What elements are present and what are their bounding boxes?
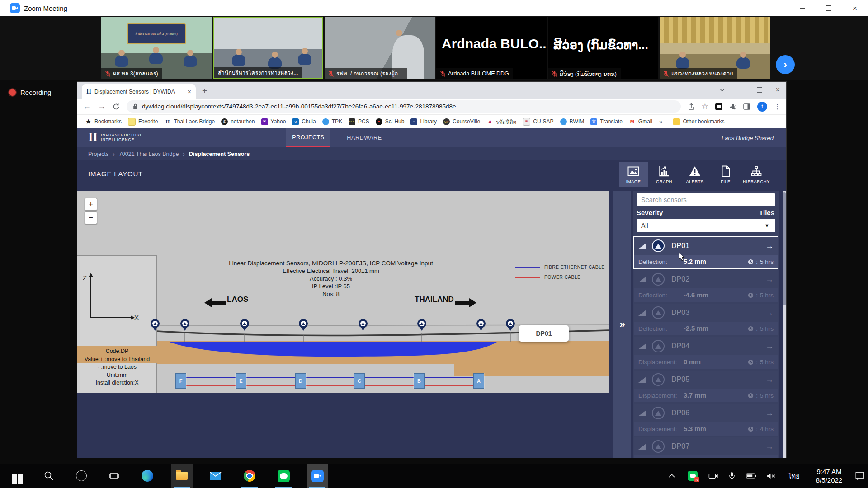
sensor-pin[interactable] [151, 319, 160, 331]
bookmark-item[interactable]: ▲รหัสนิสิต [483, 117, 519, 126]
bookmark-item[interactable]: CVCourseVille [440, 118, 483, 125]
trend-icon[interactable] [638, 410, 646, 416]
junction-box[interactable]: E [236, 373, 246, 389]
bookmark-item[interactable]: ●Sci-Hub [373, 118, 408, 125]
trend-icon[interactable] [638, 277, 646, 282]
chevron-down-icon[interactable] [720, 89, 725, 92]
cortana-button[interactable] [71, 464, 92, 488]
severity-select[interactable]: All [637, 219, 764, 232]
start-button[interactable] [4, 464, 25, 488]
tray-volume-muted[interactable] [761, 464, 780, 488]
sensor-card-dp05[interactable]: DP05→ Displacement:3.7 mm:5 hrs [634, 371, 778, 402]
junction-box[interactable]: F [175, 373, 186, 389]
junction-box[interactable]: D [295, 373, 306, 389]
browser-restore-button[interactable] [757, 87, 762, 93]
share-icon[interactable] [688, 103, 695, 110]
line-button[interactable] [273, 464, 294, 488]
detail-arrow-icon[interactable]: → [765, 241, 774, 251]
participant-video-active[interactable]: สำนักบริหารโครงการทางหลวง... [213, 17, 323, 79]
brand-logo[interactable]: II INFRASTRUCTUREINTELLIGENCE [88, 131, 143, 143]
task-view-button[interactable] [103, 464, 125, 488]
other-bookmarks[interactable]: Other bookmarks [670, 118, 727, 125]
tab-graph[interactable]: GRAPH [650, 162, 679, 187]
participant-video[interactable]: ສີວ່ອງ (ກົມຂົວທາ... ສີວ່ອງ (ກົມຂົວທາງ ຍທ… [548, 17, 658, 79]
bookmark-item[interactable]: Favorite [125, 118, 161, 126]
breadcrumb-project[interactable]: 70021 Thai Laos Bridge [119, 151, 179, 157]
sidebar-expander[interactable]: » [613, 191, 631, 458]
detail-arrow-icon[interactable]: → [765, 342, 774, 351]
detail-arrow-icon[interactable]: → [765, 408, 774, 418]
sensor-card-dp03[interactable]: DP03→ Deflection:-2.5 mm:5 hrs [634, 304, 778, 335]
bookmark-item[interactable]: ★Bookmarks [82, 118, 125, 125]
browser-close-button[interactable]: × [776, 86, 780, 94]
chrome-button[interactable] [239, 464, 260, 488]
bookmark-item[interactable]: ✉Yahoo [258, 118, 289, 125]
back-icon[interactable]: ← [83, 102, 91, 111]
bookmark-item[interactable]: TPK [319, 118, 345, 125]
sensor-card-dp02[interactable]: DP02→ Deflection:-4.6 mm:5 hrs [634, 270, 778, 302]
tray-language[interactable]: ไทย [782, 464, 806, 488]
tray-microphone[interactable] [724, 464, 740, 488]
file-explorer-button[interactable] [171, 464, 193, 488]
close-button[interactable]: × [842, 0, 868, 16]
reload-icon[interactable] [113, 103, 120, 110]
bookmark-item[interactable]: oChula [289, 118, 319, 125]
bookmark-item[interactable]: BWIM [557, 118, 588, 125]
junction-box[interactable]: B [414, 373, 425, 389]
new-tab-button[interactable]: + [202, 86, 207, 96]
tab-close-icon[interactable]: × [188, 88, 191, 95]
tab-image[interactable]: IMAGE [619, 162, 648, 187]
search-button[interactable] [38, 464, 60, 488]
tab-file[interactable]: FILE [711, 162, 740, 187]
sensor-pin[interactable] [417, 319, 426, 331]
junction-box[interactable]: A [473, 373, 484, 389]
extensions-puzzle-icon[interactable] [729, 103, 736, 110]
side-panel-icon[interactable] [743, 103, 750, 110]
participant-video[interactable]: แขวงทางหลวง หนองคาย [660, 17, 770, 79]
bookmark-item[interactable]: HFSPCS [345, 118, 373, 125]
detail-arrow-icon[interactable]: → [765, 275, 774, 284]
bookmark-item[interactable]: IIThai Laos Bridge [161, 118, 218, 125]
search-input[interactable] [637, 193, 775, 206]
account-label[interactable]: Laos Bridge Shared [722, 128, 774, 147]
tray-show-hidden[interactable] [664, 464, 680, 488]
sensor-pin[interactable] [299, 319, 308, 331]
scrollbar-thumb[interactable] [783, 192, 786, 305]
sensor-pin[interactable] [506, 319, 515, 331]
line-extension-icon[interactable] [715, 103, 722, 110]
participant-video[interactable]: Ardnada BULO... Ardnada BULOME DDG [436, 17, 547, 79]
action-center-button[interactable] [852, 464, 868, 488]
participant-video[interactable]: รฟท. / กนกวรรณ (รองผู้อ... [325, 17, 435, 79]
profile-avatar[interactable]: t [757, 102, 767, 112]
bridge-diagram-canvas[interactable]: + − Z X Code:DP Value:+ :move to Thailan… [77, 191, 609, 393]
trend-icon[interactable] [638, 343, 646, 349]
sensor-card-dp04[interactable]: DP04→ Displacement:0 mm:5 hrs [634, 337, 778, 369]
junction-box[interactable]: C [354, 373, 365, 389]
sensor-pin[interactable] [359, 319, 368, 331]
tray-screen-record[interactable] [704, 464, 722, 488]
detail-arrow-icon[interactable]: → [765, 308, 774, 318]
sensor-card-dp07[interactable]: DP07→ [634, 437, 778, 458]
mail-button[interactable] [205, 464, 226, 488]
bookmark-item[interactable]: MGmail [626, 118, 656, 125]
sensor-card-dp01[interactable]: DP01→ Deflection:5.2 mm:5 hrs [634, 237, 778, 268]
zoom-in-button[interactable]: + [85, 198, 97, 211]
minimize-button[interactable] [789, 0, 816, 16]
browser-minimize-button[interactable] [738, 90, 743, 90]
nav-tab-projects[interactable]: PROJECTS [286, 128, 330, 147]
maximize-button[interactable] [816, 0, 842, 16]
trend-icon[interactable] [638, 310, 646, 316]
breadcrumb-projects[interactable]: Projects [88, 151, 108, 157]
bookmark-item[interactable]: ≡Library [407, 118, 440, 125]
detail-arrow-icon[interactable]: → [765, 442, 774, 451]
trend-icon[interactable] [638, 243, 646, 249]
zoom-out-button[interactable]: − [85, 211, 97, 224]
nav-tab-hardware[interactable]: HARDWARE [342, 128, 387, 147]
bookmark-item[interactable]: Snetauthen [218, 118, 258, 125]
bookmarks-overflow-chevron[interactable]: » [656, 118, 666, 125]
participant-video[interactable]: สำนักงานทางหลวงที่ 3 (สกลนคร) ผส.ทล.3(สก… [101, 17, 212, 79]
tiles-dropdown-button[interactable]: ▼ [759, 219, 775, 232]
sensor-pin[interactable] [240, 319, 249, 331]
browser-tab[interactable]: II Displacement Sensors | DYWIDA × [82, 84, 196, 99]
page-scrollbar[interactable] [783, 191, 786, 458]
